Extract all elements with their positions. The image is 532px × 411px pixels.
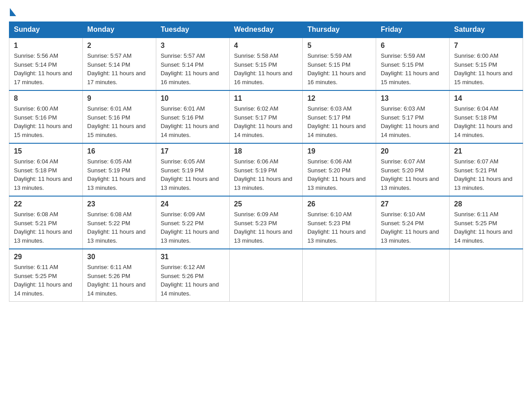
calendar-week-2: 8 Sunrise: 6:00 AM Sunset: 5:16 PM Dayli…: [9, 90, 523, 143]
day-info: Sunrise: 6:10 AM Sunset: 5:23 PM Dayligh…: [307, 210, 371, 245]
day-number: 3: [161, 42, 225, 50]
calendar-cell: 22 Sunrise: 6:08 AM Sunset: 5:21 PM Dayl…: [9, 196, 83, 249]
day-info: Sunrise: 5:58 AM Sunset: 5:15 PM Dayligh…: [234, 51, 298, 86]
calendar-cell: 26 Sunrise: 6:10 AM Sunset: 5:23 PM Dayl…: [303, 196, 376, 249]
calendar-header-sunday: Sunday: [9, 22, 83, 38]
day-info: Sunrise: 6:04 AM Sunset: 5:18 PM Dayligh…: [14, 157, 78, 192]
calendar-cell: 3 Sunrise: 5:57 AM Sunset: 5:14 PM Dayli…: [156, 38, 229, 90]
day-info: Sunrise: 6:07 AM Sunset: 5:20 PM Dayligh…: [381, 157, 445, 192]
calendar-header-thursday: Thursday: [303, 22, 376, 38]
day-number: 21: [454, 147, 518, 155]
calendar-cell: 19 Sunrise: 6:06 AM Sunset: 5:20 PM Dayl…: [303, 143, 376, 196]
day-info: Sunrise: 6:09 AM Sunset: 5:22 PM Dayligh…: [161, 210, 225, 245]
day-info: Sunrise: 6:02 AM Sunset: 5:17 PM Dayligh…: [234, 104, 298, 139]
calendar-cell: 10 Sunrise: 6:01 AM Sunset: 5:16 PM Dayl…: [156, 90, 229, 143]
calendar-cell: 24 Sunrise: 6:09 AM Sunset: 5:22 PM Dayl…: [156, 196, 229, 249]
calendar-cell: 7 Sunrise: 6:00 AM Sunset: 5:15 PM Dayli…: [450, 38, 523, 90]
calendar-cell: [229, 249, 303, 302]
calendar-cell: 1 Sunrise: 5:56 AM Sunset: 5:14 PM Dayli…: [9, 38, 83, 90]
day-info: Sunrise: 6:10 AM Sunset: 5:24 PM Dayligh…: [381, 210, 445, 245]
day-number: 7: [454, 42, 518, 50]
calendar-cell: [450, 249, 523, 302]
day-info: Sunrise: 6:03 AM Sunset: 5:17 PM Dayligh…: [381, 104, 445, 139]
day-info: Sunrise: 6:03 AM Sunset: 5:17 PM Dayligh…: [307, 104, 371, 139]
calendar-cell: 20 Sunrise: 6:07 AM Sunset: 5:20 PM Dayl…: [376, 143, 450, 196]
calendar-cell: [303, 249, 376, 302]
calendar-week-1: 1 Sunrise: 5:56 AM Sunset: 5:14 PM Dayli…: [9, 38, 523, 90]
day-info: Sunrise: 6:01 AM Sunset: 5:16 PM Dayligh…: [87, 104, 151, 139]
day-number: 9: [87, 94, 151, 103]
day-info: Sunrise: 6:11 AM Sunset: 5:26 PM Dayligh…: [87, 263, 151, 298]
calendar-cell: 5 Sunrise: 5:59 AM Sunset: 5:15 PM Dayli…: [303, 38, 376, 90]
day-info: Sunrise: 6:11 AM Sunset: 5:25 PM Dayligh…: [454, 210, 518, 245]
calendar-week-5: 29 Sunrise: 6:11 AM Sunset: 5:25 PM Dayl…: [9, 249, 523, 302]
day-info: Sunrise: 6:11 AM Sunset: 5:25 PM Dayligh…: [14, 263, 78, 298]
calendar-header-saturday: Saturday: [450, 22, 523, 38]
day-number: 2: [87, 42, 151, 50]
day-info: Sunrise: 6:04 AM Sunset: 5:18 PM Dayligh…: [454, 104, 518, 139]
day-info: Sunrise: 5:59 AM Sunset: 5:15 PM Dayligh…: [307, 51, 371, 86]
day-info: Sunrise: 6:12 AM Sunset: 5:26 PM Dayligh…: [161, 263, 225, 298]
day-number: 18: [234, 147, 298, 155]
calendar-cell: 29 Sunrise: 6:11 AM Sunset: 5:25 PM Dayl…: [9, 249, 83, 302]
day-number: 10: [161, 94, 225, 103]
day-info: Sunrise: 6:07 AM Sunset: 5:21 PM Dayligh…: [454, 157, 518, 192]
day-info: Sunrise: 5:57 AM Sunset: 5:14 PM Dayligh…: [87, 51, 151, 86]
day-number: 25: [234, 200, 298, 208]
day-number: 30: [87, 253, 151, 261]
day-number: 13: [381, 94, 445, 103]
day-info: Sunrise: 6:06 AM Sunset: 5:20 PM Dayligh…: [307, 157, 371, 192]
calendar-header-friday: Friday: [376, 22, 450, 38]
calendar-header-tuesday: Tuesday: [156, 22, 229, 38]
day-number: 8: [14, 94, 78, 103]
calendar-cell: 16 Sunrise: 6:05 AM Sunset: 5:19 PM Dayl…: [82, 143, 156, 196]
day-number: 17: [161, 147, 225, 155]
day-number: 12: [307, 94, 371, 103]
day-number: 11: [234, 94, 298, 103]
day-info: Sunrise: 6:01 AM Sunset: 5:16 PM Dayligh…: [161, 104, 225, 139]
calendar-cell: 17 Sunrise: 6:05 AM Sunset: 5:19 PM Dayl…: [156, 143, 229, 196]
calendar-cell: 2 Sunrise: 5:57 AM Sunset: 5:14 PM Dayli…: [82, 38, 156, 90]
calendar-cell: 11 Sunrise: 6:02 AM Sunset: 5:17 PM Dayl…: [229, 90, 303, 143]
day-number: 24: [161, 200, 225, 208]
logo: [9, 9, 17, 17]
day-number: 31: [161, 253, 225, 261]
calendar-week-4: 22 Sunrise: 6:08 AM Sunset: 5:21 PM Dayl…: [9, 196, 523, 249]
day-info: Sunrise: 6:05 AM Sunset: 5:19 PM Dayligh…: [87, 157, 151, 192]
day-info: Sunrise: 5:57 AM Sunset: 5:14 PM Dayligh…: [161, 51, 225, 86]
calendar-header-wednesday: Wednesday: [229, 22, 303, 38]
calendar-cell: 27 Sunrise: 6:10 AM Sunset: 5:24 PM Dayl…: [376, 196, 450, 249]
day-number: 23: [87, 200, 151, 208]
day-info: Sunrise: 6:08 AM Sunset: 5:22 PM Dayligh…: [87, 210, 151, 245]
calendar-cell: 18 Sunrise: 6:06 AM Sunset: 5:19 PM Dayl…: [229, 143, 303, 196]
day-number: 29: [14, 253, 78, 261]
calendar-cell: 21 Sunrise: 6:07 AM Sunset: 5:21 PM Dayl…: [450, 143, 523, 196]
calendar-cell: 4 Sunrise: 5:58 AM Sunset: 5:15 PM Dayli…: [229, 38, 303, 90]
calendar-cell: 23 Sunrise: 6:08 AM Sunset: 5:22 PM Dayl…: [82, 196, 156, 249]
day-number: 20: [381, 147, 445, 155]
calendar-cell: 13 Sunrise: 6:03 AM Sunset: 5:17 PM Dayl…: [376, 90, 450, 143]
day-info: Sunrise: 6:00 AM Sunset: 5:16 PM Dayligh…: [14, 104, 78, 139]
logo-arrow-icon: [10, 8, 16, 16]
day-number: 26: [307, 200, 371, 208]
calendar-cell: 8 Sunrise: 6:00 AM Sunset: 5:16 PM Dayli…: [9, 90, 83, 143]
calendar-cell: 31 Sunrise: 6:12 AM Sunset: 5:26 PM Dayl…: [156, 249, 229, 302]
day-number: 15: [14, 147, 78, 155]
calendar-cell: 12 Sunrise: 6:03 AM Sunset: 5:17 PM Dayl…: [303, 90, 376, 143]
day-info: Sunrise: 6:08 AM Sunset: 5:21 PM Dayligh…: [14, 210, 78, 245]
day-number: 27: [381, 200, 445, 208]
calendar-week-3: 15 Sunrise: 6:04 AM Sunset: 5:18 PM Dayl…: [9, 143, 523, 196]
page-header: [9, 9, 523, 17]
day-info: Sunrise: 6:09 AM Sunset: 5:23 PM Dayligh…: [234, 210, 298, 245]
calendar-header-monday: Monday: [82, 22, 156, 38]
day-number: 6: [381, 42, 445, 50]
day-number: 14: [454, 94, 518, 103]
calendar-cell: [376, 249, 450, 302]
calendar-cell: 14 Sunrise: 6:04 AM Sunset: 5:18 PM Dayl…: [450, 90, 523, 143]
calendar-header-row: SundayMondayTuesdayWednesdayThursdayFrid…: [9, 22, 523, 38]
day-number: 4: [234, 42, 298, 50]
calendar-cell: 25 Sunrise: 6:09 AM Sunset: 5:23 PM Dayl…: [229, 196, 303, 249]
calendar-cell: 15 Sunrise: 6:04 AM Sunset: 5:18 PM Dayl…: [9, 143, 83, 196]
day-number: 19: [307, 147, 371, 155]
day-info: Sunrise: 6:00 AM Sunset: 5:15 PM Dayligh…: [454, 51, 518, 86]
